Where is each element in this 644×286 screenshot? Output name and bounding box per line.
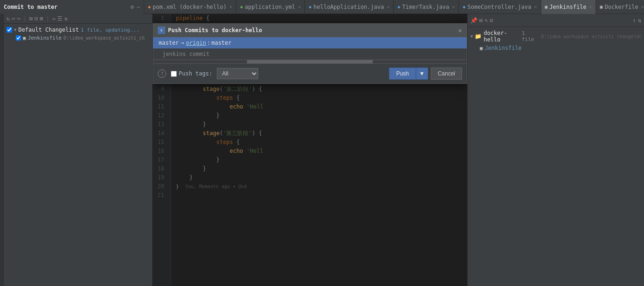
- tab-hello-application[interactable]: ◆ helloApplication.java ✕: [305, 0, 394, 14]
- modal-title: Push Commits to docker-hello: [168, 27, 262, 34]
- commit-toolbar: ↻ ↩ ↪ | ⊞ ⊡ ⊠ | ⇔ ☰ ⇅: [4, 14, 152, 24]
- remote-to-label: master: [211, 40, 231, 46]
- some-tab-close[interactable]: ✕: [534, 4, 537, 9]
- dockerfile-tab-close[interactable]: ✕: [641, 4, 644, 9]
- push-tags-label: Push tags:: [179, 70, 212, 77]
- dockerfile-tab-label: Dockerfile: [604, 4, 638, 10]
- push-modal-icon: ↑: [158, 27, 165, 34]
- push-button-group: Push ▼: [389, 68, 428, 80]
- sort-asc-icon[interactable]: ↑: [633, 17, 636, 24]
- footer-right: Push ▼ Cancel: [389, 68, 462, 80]
- file-item-jenkinsfile[interactable]: ▣ Jenkinsfile D:\idea_workspace_activiti…: [7, 34, 149, 42]
- remote-arrow: →: [181, 40, 184, 46]
- file-indicator-icon: ▣: [480, 45, 483, 51]
- footer-left: ? Push tags: All Annotated None: [158, 68, 258, 79]
- question-icon: ?: [161, 71, 164, 77]
- compare-icon[interactable]: ⇔: [52, 15, 55, 22]
- modal-footer: ? Push tags: All Annotated None: [153, 63, 467, 83]
- sort-desc-icon[interactable]: ⇅: [638, 17, 641, 24]
- undo-icon[interactable]: ↩: [12, 15, 15, 22]
- repo-path: D:\idea_workspace_activiti_change\docke.…: [541, 34, 641, 39]
- grid-icon[interactable]: ⊞: [479, 17, 483, 24]
- jenkinsfile-path: D:\idea_workspace_activiti_ch: [63, 35, 145, 41]
- right-panel-toolbar: 📌 ⊞ ✎ ⊟ ↑ ⇅: [468, 14, 644, 27]
- editor-area: 1 2 3 4 5 6 7 8 9 10 11 12 13 14 15 16 1: [153, 14, 467, 286]
- repo-file-count: 1 file: [522, 30, 537, 42]
- refresh-icon[interactable]: ↻: [7, 15, 10, 22]
- repo-file-jenkinsfile[interactable]: ▣ Jenkinsfile: [470, 44, 641, 52]
- pin-icon[interactable]: 📌: [470, 17, 477, 24]
- redo-icon[interactable]: ↪: [17, 15, 20, 22]
- changelist-header[interactable]: ▼ Default Changelist 1 file, updating...: [7, 26, 149, 34]
- modal-scrollbar[interactable]: [153, 60, 467, 63]
- right-toolbar-left: 📌 ⊞ ✎ ⊟: [470, 17, 493, 24]
- jenkins-tab-close[interactable]: ✕: [589, 4, 592, 9]
- remote-list: master → origin : master jenkins commit: [153, 37, 467, 60]
- modal-header: ↑ Push Commits to docker-hello ✕: [153, 24, 467, 37]
- push-button[interactable]: Push: [389, 68, 416, 80]
- sort-icon[interactable]: ⇅: [64, 15, 67, 22]
- hello-tab-close[interactable]: ✕: [387, 4, 389, 9]
- right-toolbar-right: ↑ ⇅: [633, 17, 641, 24]
- jenkins-tab-icon: ▣: [545, 4, 548, 9]
- tab-jenkinsfile[interactable]: ▣ Jenkinsfile ✕: [541, 0, 597, 14]
- push-tags-checkbox-label[interactable]: Push tags:: [171, 70, 212, 77]
- split-arrow-icon: ▼: [419, 70, 425, 77]
- edit-pencil-icon[interactable]: ✎: [484, 17, 488, 24]
- application-tab-label: application.yml: [245, 4, 295, 10]
- tab-pom[interactable]: ◆ pom.xml (docker-hello) ✕: [144, 0, 236, 14]
- timer-tab-close[interactable]: ✕: [452, 4, 455, 9]
- jenkinsfile-name: Jenkinsfile: [28, 35, 62, 41]
- changelist-checkbox[interactable]: [7, 27, 12, 33]
- push-tags-checkbox[interactable]: [171, 71, 177, 77]
- push-tags-dropdown[interactable]: All Annotated None: [217, 68, 258, 79]
- commit-panel: ↻ ↩ ↪ | ⊞ ⊡ ⊠ | ⇔ ☰ ⇅ ▼ Default Changeli…: [4, 14, 153, 286]
- right-panel: 📌 ⊞ ✎ ⊟ ↑ ⇅ ▼ 📁 docker-hello 1 file D:\i…: [467, 14, 644, 286]
- timer-tab-icon: ◆: [397, 4, 400, 9]
- push-split-button[interactable]: ▼: [416, 68, 428, 80]
- pom-tab-label: pom.xml (docker-hello): [153, 4, 227, 10]
- tab-some-controller[interactable]: ◆ SomeController.java ✕: [459, 0, 541, 14]
- stash-icon[interactable]: ⊞: [29, 15, 33, 22]
- remote-from-label: master: [159, 40, 179, 46]
- collapse-icon[interactable]: ⊟: [490, 17, 493, 24]
- pom-tab-icon: ◆: [148, 4, 151, 9]
- cancel-button[interactable]: Cancel: [431, 68, 462, 80]
- remote-origin-link[interactable]: origin: [186, 40, 206, 46]
- toolbar-sep1: |: [23, 15, 27, 22]
- menu-icon[interactable]: ☰: [57, 15, 62, 22]
- some-tab-icon: ◆: [463, 4, 465, 9]
- changelist-meta: 1 file, updating...: [80, 27, 139, 33]
- changelist-section: ▼ Default Changelist 1 file, updating...…: [4, 24, 152, 44]
- repo-name: docker-hello: [483, 30, 518, 43]
- application-tab-close[interactable]: ✕: [298, 4, 301, 9]
- expand-triangle: ▼: [14, 27, 16, 32]
- jenkinsfile-icon: ▣: [23, 35, 26, 41]
- timer-tab-label: TimerTask.java: [402, 4, 449, 10]
- commit-message-text: jenkins commit: [162, 51, 209, 57]
- modal-close-button[interactable]: ✕: [458, 27, 462, 34]
- tab-bar: Commit to master ⚙ — ◆ pom.xml (docker-h…: [0, 0, 644, 14]
- commit-message-item: jenkins commit: [153, 48, 467, 60]
- repo-file-name: Jenkinsfile: [485, 45, 522, 51]
- repo-row[interactable]: ▼ 📁 docker-hello 1 file D:\idea_workspac…: [470, 29, 641, 44]
- pom-tab-close[interactable]: ✕: [229, 4, 232, 9]
- hello-tab-label: helloApplication.java: [313, 4, 384, 10]
- remote-colon: :: [207, 40, 210, 46]
- help-button[interactable]: ?: [158, 69, 166, 78]
- expand-icon[interactable]: ⊡: [34, 15, 38, 22]
- some-tab-label: SomeController.java: [467, 4, 531, 10]
- modal-overlay: ↑ Push Commits to docker-hello ✕ master: [153, 14, 467, 286]
- diff-icon[interactable]: ⊠: [40, 15, 43, 22]
- tab-timer-task[interactable]: ◆ TimerTask.java ✕: [394, 0, 459, 14]
- minimize-icon[interactable]: —: [137, 4, 140, 10]
- file-checkbox[interactable]: [16, 35, 21, 41]
- gear-icon[interactable]: ⚙: [131, 4, 134, 10]
- folder-icon: 📁: [475, 33, 482, 40]
- jenkins-tab-label: Jenkinsfile: [550, 4, 586, 10]
- tab-application[interactable]: ◆ application.yml ✕: [236, 0, 305, 14]
- remote-item-master[interactable]: master → origin : master: [153, 37, 467, 48]
- hello-tab-icon: ◆: [309, 4, 311, 9]
- tab-dockerfile[interactable]: ▣ Dockerfile ✕: [596, 0, 644, 14]
- dockerfile-tab-icon: ▣: [600, 4, 603, 9]
